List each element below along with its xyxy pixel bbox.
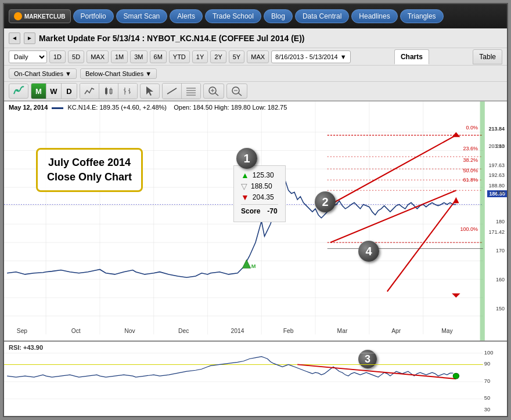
ohlc-data: Open: 184.50 High: 189.80 Low: 182.75 xyxy=(174,104,287,111)
zoom-in-tool[interactable] xyxy=(203,84,224,99)
svg-marker-53 xyxy=(452,132,460,137)
next-arrow[interactable]: ► xyxy=(24,32,35,44)
trendline-tool[interactable] xyxy=(163,84,182,99)
chart-area: M xyxy=(4,102,507,416)
tab-table[interactable]: Table xyxy=(473,49,502,64)
fib-236: 23.6% xyxy=(463,146,478,151)
svg-text:May: May xyxy=(441,328,453,334)
mwd-group: M W D xyxy=(31,83,77,99)
period-select[interactable]: Daily Weekly xyxy=(9,50,47,63)
svg-line-12 xyxy=(167,88,177,94)
svg-line-52 xyxy=(330,190,456,242)
date-range: 8/16/2013 - 5/13/2014 ▼ xyxy=(271,50,351,63)
nav-triangles[interactable]: Triangles xyxy=(400,9,444,23)
score-number: -70 xyxy=(267,207,277,215)
score-total: Score -70 xyxy=(241,204,278,215)
period-3m[interactable]: 3M xyxy=(130,50,147,63)
on-chart-studies-label: On-Chart Studies xyxy=(14,70,63,77)
score-box: ▲ 125.30 ▽ 188.50 ▼ 204.35 Score -70 xyxy=(233,165,286,222)
svg-line-55 xyxy=(387,200,456,291)
nav-alerts[interactable]: Alerts xyxy=(170,9,203,23)
date-range-text: 8/16/2013 - 5/13/2014 xyxy=(275,53,338,60)
svg-text:Mar: Mar xyxy=(337,328,348,334)
on-chart-studies-btn[interactable]: On-Chart Studies ▼ xyxy=(9,68,77,79)
top-nav: MARKETCLUB Portfolio Smart Scan Alerts T… xyxy=(4,4,507,28)
bar-chart-tool[interactable] xyxy=(118,84,137,99)
svg-point-0 xyxy=(16,89,19,92)
fib-1000: 100.0% xyxy=(460,226,478,232)
rsi-panel: RSI: +43.90 3 100 90 70 xyxy=(4,341,507,416)
below-chart-studies-arrow: ▼ xyxy=(145,70,152,77)
svg-text:Sep: Sep xyxy=(17,328,28,334)
svg-rect-58 xyxy=(480,102,485,341)
svg-text:Apr: Apr xyxy=(391,328,401,334)
score-value-3: 204.35 xyxy=(253,193,274,201)
period-6m[interactable]: 6M xyxy=(150,50,167,63)
price-180: 180 xyxy=(496,219,505,225)
period-1y[interactable]: 1Y xyxy=(192,50,208,63)
fib-500: 50.0% xyxy=(463,168,478,173)
nav-portfolio[interactable]: Portfolio xyxy=(73,9,114,23)
cursor-tool[interactable] xyxy=(140,84,160,99)
circle-4: 4 xyxy=(358,241,379,262)
fib-618: 61.8% xyxy=(463,177,478,183)
tab-charts[interactable]: Charts xyxy=(394,49,429,64)
period-max1[interactable]: MAX xyxy=(87,50,109,63)
svg-text:Dec: Dec xyxy=(178,328,189,334)
period-1d[interactable]: 1D xyxy=(49,50,66,63)
symbol-data: KC.N14.E: 189.35 (+4.60, +2.48%) xyxy=(67,104,167,111)
chart-header: ◄ ► Market Update For 5/13/14 : NYBOT_KC… xyxy=(4,28,507,48)
studies-row: On-Chart Studies ▼ Below-Chart Studies ▼ xyxy=(4,66,507,82)
svg-line-22 xyxy=(238,93,242,96)
price-171: 171.42 xyxy=(488,229,505,235)
period-5y[interactable]: 5Y xyxy=(229,50,244,63)
price-150: 150 xyxy=(496,306,505,312)
chart-date: May 12, 2014 KC.N14.E: 189.35 (+4.60, +2… xyxy=(9,104,287,111)
nav-headlines[interactable]: Headlines xyxy=(351,9,397,23)
period-ytd[interactable]: YTD xyxy=(169,50,190,63)
nav-blog[interactable]: Blog xyxy=(264,9,293,23)
svg-line-18 xyxy=(215,93,218,96)
logo-icon xyxy=(14,12,22,20)
price-192: 192.63 xyxy=(488,172,505,178)
period-1m[interactable]: 1M xyxy=(111,50,128,63)
svg-text:70: 70 xyxy=(484,378,490,384)
below-chart-studies-label: Below-Chart Studies xyxy=(85,70,143,77)
elliott-wave-tool[interactable] xyxy=(9,84,28,99)
on-chart-studies-arrow: ▼ xyxy=(65,70,71,77)
price-188: 188.80 xyxy=(488,183,505,189)
fibonacci-tool[interactable] xyxy=(182,84,200,99)
score-value-1: 125.30 xyxy=(253,171,274,179)
app-container: MARKETCLUB Portfolio Smart Scan Alerts T… xyxy=(3,3,508,417)
period-2y[interactable]: 2Y xyxy=(210,50,226,63)
price-170: 170 xyxy=(496,248,505,254)
line-chart-tool[interactable] xyxy=(80,84,99,99)
prev-arrow[interactable]: ◄ xyxy=(9,32,20,44)
main-chart: M xyxy=(4,102,507,341)
monthly-tool[interactable]: M xyxy=(31,84,46,99)
daily-tool[interactable]: D xyxy=(62,84,77,99)
nav-smart-scan[interactable]: Smart Scan xyxy=(116,9,168,23)
candlestick-tool[interactable] xyxy=(99,84,118,99)
chart-title: Market Update For 5/13/14 : NYBOT_KC.N14… xyxy=(39,34,304,43)
weekly-tool[interactable]: W xyxy=(46,84,62,99)
zoom-out-tool[interactable] xyxy=(226,84,247,99)
nav-trade-school[interactable]: Trade School xyxy=(205,9,261,23)
svg-marker-56 xyxy=(453,197,459,204)
price-190: 190 xyxy=(496,190,505,195)
period-5d[interactable]: 5D xyxy=(68,50,84,63)
nav-data-central[interactable]: Data Central xyxy=(295,9,349,23)
circle-1: 1 xyxy=(236,148,257,169)
date-range-arrow: ▼ xyxy=(340,53,347,60)
score-row-3: ▼ 204.35 xyxy=(241,193,278,202)
svg-text:Oct: Oct xyxy=(71,328,81,334)
logo-label: MARKETCLUB xyxy=(24,13,66,20)
svg-text:2014: 2014 xyxy=(231,328,244,334)
logo-button[interactable]: MARKETCLUB xyxy=(9,9,71,23)
svg-text:90: 90 xyxy=(484,361,490,367)
svg-text:Feb: Feb xyxy=(283,328,294,334)
period-max2[interactable]: MAX xyxy=(247,50,269,63)
draw-group xyxy=(162,83,201,99)
price-160: 160 xyxy=(496,277,505,283)
below-chart-studies-btn[interactable]: Below-Chart Studies ▼ xyxy=(80,68,157,79)
